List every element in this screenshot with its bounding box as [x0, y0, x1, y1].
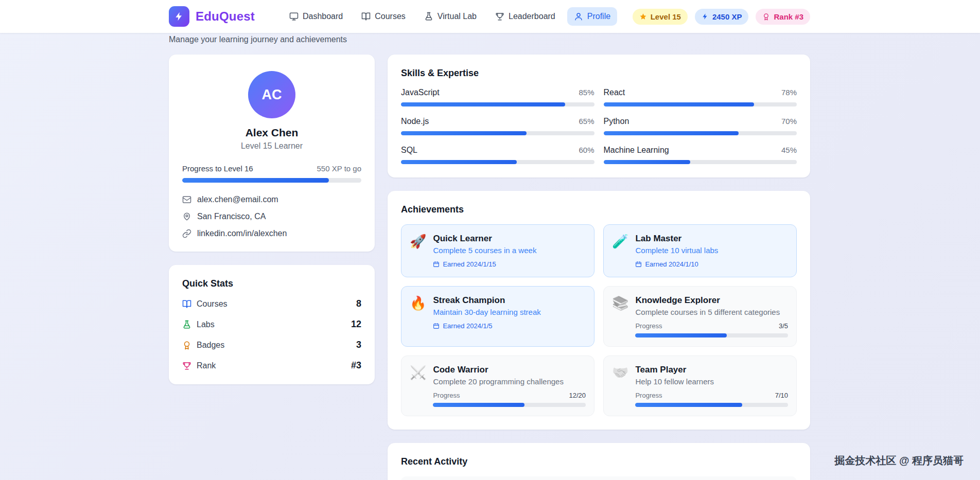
- rank-badge: Rank #3: [756, 9, 810, 25]
- earned-date-text: Earned 2024/1/10: [645, 260, 698, 268]
- avatar: AC: [248, 71, 295, 118]
- progress-value: 12/20: [569, 392, 586, 399]
- nav-dashboard[interactable]: Dashboard: [283, 7, 349, 26]
- achievement-progress-fill: [635, 403, 742, 407]
- nav-label: Profile: [587, 12, 610, 21]
- location-icon: [182, 212, 191, 221]
- main-nav: Dashboard Courses Virtual Lab Leaderboar…: [283, 7, 617, 26]
- skill-percent: 70%: [781, 117, 797, 126]
- achievement-progress-row: Progress 7/10: [635, 392, 788, 399]
- avatar-initials: AC: [262, 87, 282, 103]
- skill-bar-fill: [401, 131, 527, 135]
- stat-courses: Courses 8: [182, 298, 361, 309]
- stat-value: 3: [356, 340, 361, 350]
- skill-bar-fill: [604, 102, 755, 106]
- skill-bar: [604, 131, 797, 135]
- star-icon: [639, 13, 647, 21]
- achievement-lab-master: 🧪 Lab Master Complete 10 virtual labs Ea…: [603, 224, 797, 277]
- link-icon: [182, 229, 191, 238]
- calendar-icon: [433, 323, 440, 329]
- skill-react: React 78%: [604, 88, 797, 106]
- monitor-icon: [289, 12, 299, 21]
- skill-name: Python: [604, 117, 629, 126]
- level-progress-bar: [182, 178, 361, 183]
- achievement-progress-bar: [635, 403, 788, 407]
- achievement-title: Team Player: [635, 365, 788, 375]
- profile-name: Alex Chen: [182, 127, 361, 139]
- stat-badges: Badges 3: [182, 340, 361, 350]
- user-icon: [574, 12, 583, 21]
- achievement-desc: Maintain 30-day learning streak: [433, 308, 586, 316]
- rank-badge-label: Rank #3: [774, 12, 803, 21]
- contact-email-text: alex.chen@email.com: [197, 195, 278, 204]
- skill-machine-learning: Machine Learning 45%: [604, 146, 797, 164]
- progress-label: Progress: [433, 392, 460, 399]
- quick-stats-title: Quick Stats: [182, 278, 361, 289]
- nav-courses[interactable]: Courses: [355, 7, 412, 26]
- level-badge-label: Level 15: [651, 12, 681, 21]
- stat-label: Courses: [197, 299, 227, 309]
- quick-stats-card: Quick Stats Courses 8 Labs 1: [169, 265, 375, 384]
- skill-percent: 45%: [781, 146, 797, 154]
- skill-bar: [401, 131, 594, 135]
- xp-badge: 2450 XP: [695, 9, 749, 25]
- achievement-title: Lab Master: [635, 234, 788, 244]
- achievement-quick-learner: 🚀 Quick Learner Complete 5 courses in a …: [401, 224, 594, 277]
- page-subtitle: Manage your learning journey and achieve…: [169, 33, 810, 44]
- achievement-earned-date: Earned 2024/1/5: [433, 322, 586, 330]
- calendar-icon: [433, 261, 440, 268]
- skill-bar-fill: [604, 160, 691, 164]
- app-header: EduQuest Dashboard Courses Virtual Lab: [0, 0, 980, 33]
- nav-label: Courses: [375, 12, 406, 21]
- earned-date-text: Earned 2024/1/5: [443, 322, 492, 330]
- achievements-card: Achievements 🚀 Quick Learner Complete 5 …: [388, 191, 810, 430]
- achievement-streak-champion: 🔥 Streak Champion Maintain 30-day learni…: [401, 286, 594, 347]
- skill-python: Python 70%: [604, 117, 797, 135]
- nav-label: Dashboard: [303, 12, 343, 21]
- quick-stats-list: Courses 8 Labs 12 Badges: [182, 298, 361, 371]
- mail-icon: [182, 195, 191, 204]
- level-badge: Level 15: [633, 9, 688, 25]
- achievement-progress-row: Progress 12/20: [433, 392, 586, 399]
- books-icon: 📚: [612, 296, 628, 310]
- skill-name: Machine Learning: [604, 146, 669, 155]
- skill-name: SQL: [401, 146, 417, 155]
- brand-name[interactable]: EduQuest: [196, 9, 255, 24]
- nav-profile[interactable]: Profile: [567, 7, 617, 26]
- fire-icon: 🔥: [410, 296, 426, 310]
- left-column: AC Alex Chen Level 15 Learner Progress t…: [169, 55, 375, 384]
- achievement-progress-bar: [433, 403, 586, 407]
- nav-virtual-lab[interactable]: Virtual Lab: [417, 7, 483, 26]
- progress-value: 3/5: [779, 322, 788, 330]
- level-progress: Progress to Level 16 550 XP to go: [182, 164, 361, 183]
- skill-bar: [604, 160, 797, 164]
- skill-percent: 65%: [579, 117, 594, 126]
- achievement-desc: Complete 5 courses in a week: [433, 246, 586, 255]
- stat-value: 12: [351, 319, 361, 330]
- achievement-desc: Complete 10 virtual labs: [635, 246, 788, 255]
- calendar-icon: [635, 261, 642, 268]
- skill-bar: [401, 102, 594, 106]
- contact-link[interactable]: linkedin.com/in/alexchen: [182, 229, 361, 238]
- right-column: Skills & Expertise JavaScript 85% React …: [388, 55, 810, 480]
- skill-bar: [401, 160, 594, 164]
- contact-email[interactable]: alex.chen@email.com: [182, 195, 361, 204]
- stat-label: Labs: [197, 320, 215, 329]
- app-logo[interactable]: [169, 6, 189, 27]
- achievement-title: Code Warrior: [433, 365, 586, 375]
- trophy-icon: [495, 12, 504, 21]
- nav-label: Leaderboard: [509, 12, 555, 21]
- progress-value: 7/10: [775, 392, 788, 399]
- achievement-team-player: 🤝 Team Player Help 10 fellow learners Pr…: [603, 355, 797, 416]
- stat-label: Rank: [197, 361, 216, 370]
- nav-leaderboard[interactable]: Leaderboard: [488, 7, 562, 26]
- bolt-icon: [702, 13, 709, 20]
- skill-name: React: [604, 88, 625, 97]
- xp-badge-label: 2450 XP: [712, 12, 742, 21]
- nav-label: Virtual Lab: [437, 12, 477, 21]
- progress-label: Progress to Level 16: [182, 164, 253, 173]
- skill-percent: 60%: [579, 146, 594, 154]
- stat-value: #3: [351, 360, 361, 371]
- achievement-title: Quick Learner: [433, 234, 586, 244]
- achievement-title: Knowledge Explorer: [635, 295, 788, 306]
